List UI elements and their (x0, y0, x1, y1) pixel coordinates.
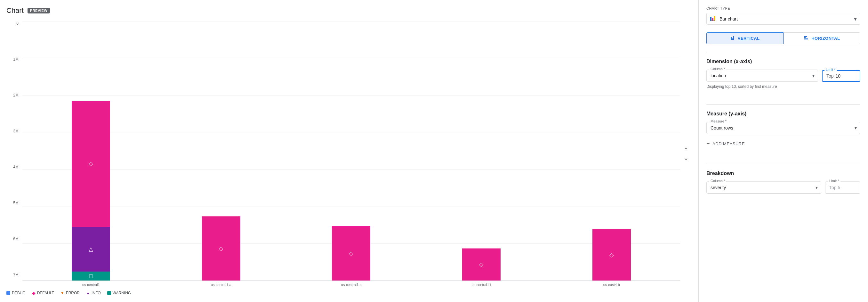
measure-select-wrapper[interactable]: Measure * Count rows ▾ (706, 122, 860, 134)
svg-rect-4 (731, 37, 732, 40)
legend-icon-default: ◆ (32, 291, 35, 296)
measure-section: Measure (y-axis) Measure * Count rows ▾ … (706, 111, 860, 156)
measure-float-label: Measure * (709, 119, 728, 123)
legend-debug: DEBUG (6, 291, 26, 295)
bar-column-us-central1-a: ◇ (159, 216, 284, 280)
default-icon: ◇ (89, 161, 93, 167)
bar-column-us-east4-b: ◇ (549, 229, 674, 280)
bar-segment-info: △ (72, 227, 110, 272)
x-label-us-central1-c: us-central1-c (289, 281, 413, 286)
default-icon: ◇ (219, 246, 223, 251)
chart-inner: □ △ ◇ (22, 21, 680, 286)
scroll-down-arrow[interactable]: ⌄ (683, 154, 689, 162)
svg-rect-1 (712, 18, 713, 21)
dimension-heading: Dimension (x-axis) (706, 59, 860, 64)
bar-stack: ◇ (202, 216, 240, 280)
breakdown-column-wrapper[interactable]: Column * severity ▾ (706, 182, 821, 194)
legend-default: ◆ DEFAULT (32, 291, 54, 296)
right-panel: Chart type Bar chart ▾ (699, 0, 868, 302)
scroll-arrows: ⌃ ⌄ (680, 21, 689, 286)
chart-type-value: Bar chart (719, 16, 851, 22)
x-axis: us-central1 us-central1-a us-central1-c … (22, 281, 680, 286)
chart-area: Chart PREVIEW 7M 6M 5M 4M 3M 2M 1M 0 (0, 0, 699, 302)
warning-icon: □ (89, 273, 93, 279)
add-measure-button[interactable]: + ADD MEASURE (706, 139, 745, 148)
add-measure-label: ADD MEASURE (712, 141, 745, 146)
limit-top-text: Top (827, 74, 834, 79)
chart-plot: 7M 6M 5M 4M 3M 2M 1M 0 (6, 21, 689, 286)
measure-heading: Measure (y-axis) (706, 111, 860, 117)
breakdown-col-value: severity (711, 185, 726, 190)
svg-rect-6 (733, 36, 734, 40)
bar-stack: ◇ (332, 226, 370, 280)
y-axis: 7M 6M 5M 4M 3M 2M 1M 0 (6, 21, 22, 286)
legend-error: ▼ ERROR (61, 291, 80, 295)
chart-type-arrow: ▾ (854, 16, 857, 23)
bar-segment-default: ◇ (462, 248, 501, 280)
legend-warning: WARNING (107, 291, 131, 295)
panel-divider (706, 52, 860, 52)
bar-stack: □ △ ◇ (72, 101, 110, 280)
breakdown-arrow: ▾ (815, 185, 818, 190)
bar-segment-warning: □ (72, 272, 110, 280)
y-label-3m: 3M (13, 129, 19, 133)
x-label-us-east4-b: us-east4-b (549, 281, 674, 286)
legend-info: ▲ INFO (86, 291, 101, 295)
default-icon: ◇ (479, 262, 484, 267)
svg-rect-0 (710, 17, 712, 21)
column-float-label: Column * (709, 67, 726, 71)
bar-stack: ◇ (592, 229, 631, 280)
bar-column-us-central1-f: ◇ (419, 248, 544, 280)
limit-float-label: Limit * (825, 67, 837, 72)
bar-column-us-central1-c: ◇ (289, 226, 413, 280)
column-select-wrapper[interactable]: Column * location ▾ (706, 70, 818, 82)
bar-stack: ◇ (462, 248, 501, 280)
breakdown-limit-label: Limit * (828, 179, 840, 183)
limit-field-group: Limit * Top 10 (822, 70, 860, 82)
scroll-up-arrow[interactable]: ⌃ (683, 146, 689, 154)
svg-rect-8 (804, 37, 806, 38)
orientation-row: VERTICAL HORIZONTAL (706, 32, 860, 44)
chart-header: Chart PREVIEW (6, 6, 689, 15)
y-label-6m: 6M (13, 237, 19, 241)
breakdown-heading: Breakdown (706, 170, 860, 176)
legend-label-error: ERROR (66, 291, 80, 295)
x-label-us-central1: us-central1 (29, 281, 153, 286)
preview-badge: PREVIEW (28, 8, 50, 13)
y-label-5m: 5M (13, 201, 19, 205)
y-label-2m: 2M (13, 93, 19, 98)
default-icon: ◇ (349, 250, 353, 256)
limit-input[interactable]: Limit * Top 10 (822, 70, 860, 82)
measure-arrow: ▾ (855, 125, 857, 131)
bars-area: □ △ ◇ (22, 21, 680, 281)
column-field-group: Column * location ▾ (706, 70, 818, 82)
legend-icon-error: ▼ (61, 291, 64, 295)
vertical-icon (730, 35, 735, 42)
vertical-label: VERTICAL (738, 36, 760, 41)
dimension-hint: Displaying top 10, sorted by first measu… (706, 84, 860, 89)
svg-rect-2 (714, 16, 715, 21)
legend-label-warning: WARNING (113, 291, 131, 295)
horizontal-button[interactable]: HORIZONTAL (783, 32, 861, 44)
breakdown-row: Column * severity ▾ Limit * Top 5 (706, 182, 860, 194)
breakdown-limit-wrapper[interactable]: Limit * Top 5 (825, 182, 860, 194)
bar-chart-icon (710, 15, 716, 23)
vertical-button[interactable]: VERTICAL (706, 32, 783, 44)
chart-type-dropdown[interactable]: Bar chart ▾ (706, 13, 860, 25)
chart-type-label: Chart type (706, 6, 860, 10)
svg-rect-9 (804, 38, 808, 39)
legend-color-warning (107, 291, 111, 295)
y-label-7m: 7M (13, 273, 19, 277)
breakdown-section: Breakdown Column * severity ▾ Limit * To… (706, 170, 860, 194)
bar-segment-default: ◇ (72, 101, 110, 227)
breakdown-limit-value: Top 5 (829, 185, 840, 190)
legend-icon-info: ▲ (86, 291, 90, 295)
chart-type-section: Chart type Bar chart ▾ (706, 6, 860, 25)
chart-container: 7M 6M 5M 4M 3M 2M 1M 0 (6, 21, 689, 296)
add-icon: + (706, 140, 710, 147)
legend-label-debug: DEBUG (12, 291, 26, 295)
dimension-field-row: Column * location ▾ Limit * Top 10 (706, 70, 860, 82)
bar-segment-default: ◇ (332, 226, 370, 280)
default-icon: ◇ (610, 252, 614, 258)
limit-value: 10 (836, 74, 841, 79)
